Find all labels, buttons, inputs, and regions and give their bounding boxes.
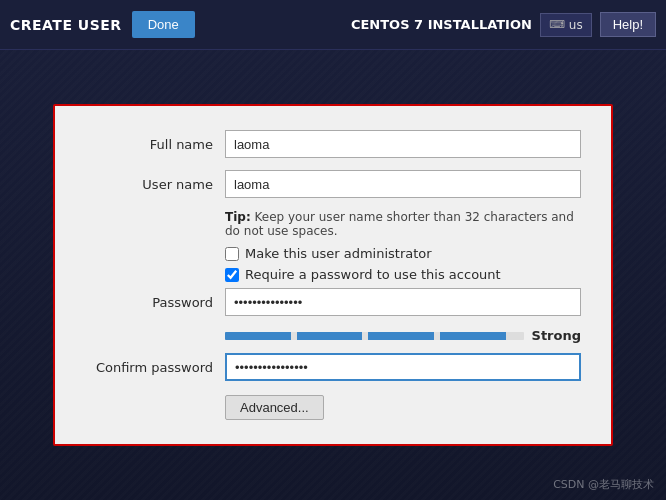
password-row: Password xyxy=(85,288,581,316)
admin-checkbox-row: Make this user administrator xyxy=(225,246,581,261)
main-content: Full name User name Tip: Keep your user … xyxy=(0,50,666,500)
admin-checkbox[interactable] xyxy=(225,247,239,261)
full-name-row: Full name xyxy=(85,130,581,158)
lang-text: us xyxy=(569,18,583,32)
require-password-checkbox[interactable] xyxy=(225,268,239,282)
full-name-input[interactable] xyxy=(225,130,581,158)
strength-row: Strong xyxy=(225,328,581,343)
confirm-password-row: Confirm password xyxy=(85,353,581,381)
installation-title: CENTOS 7 INSTALLATION xyxy=(351,17,532,32)
top-bar: CREATE USER Done CENTOS 7 INSTALLATION ⌨… xyxy=(0,0,666,50)
confirm-label: Confirm password xyxy=(85,360,225,375)
user-name-input[interactable] xyxy=(225,170,581,198)
strength-label: Strong xyxy=(532,328,581,343)
keyboard-widget[interactable]: ⌨ us xyxy=(540,13,592,37)
require-password-row: Require a password to use this account xyxy=(225,267,581,282)
keyboard-icon: ⌨ xyxy=(549,18,565,31)
confirm-password-input[interactable] xyxy=(225,353,581,381)
top-left: CREATE USER Done xyxy=(10,11,195,38)
strength-seg-1 xyxy=(225,332,291,340)
user-name-label: User name xyxy=(85,177,225,192)
full-name-label: Full name xyxy=(85,137,225,152)
done-button[interactable]: Done xyxy=(132,11,195,38)
strength-seg-2 xyxy=(297,332,363,340)
password-input[interactable] xyxy=(225,288,581,316)
user-name-row: User name xyxy=(85,170,581,198)
tip-text: Tip: Keep your user name shorter than 32… xyxy=(225,210,581,238)
strength-seg-4 xyxy=(440,332,506,340)
form-panel: Full name User name Tip: Keep your user … xyxy=(53,104,613,446)
tip-bold: Tip: xyxy=(225,210,251,224)
admin-checkbox-label[interactable]: Make this user administrator xyxy=(245,246,432,261)
advanced-row: Advanced... xyxy=(225,395,581,420)
tip-row: Tip: Keep your user name shorter than 32… xyxy=(225,210,581,238)
tip-detail: Keep your user name shorter than 32 char… xyxy=(225,210,574,238)
password-label: Password xyxy=(85,295,225,310)
page-title: CREATE USER xyxy=(10,17,122,33)
strength-seg-3 xyxy=(368,332,434,340)
require-password-label[interactable]: Require a password to use this account xyxy=(245,267,501,282)
advanced-button[interactable]: Advanced... xyxy=(225,395,324,420)
top-right: CENTOS 7 INSTALLATION ⌨ us Help! xyxy=(351,12,656,37)
watermark: CSDN @老马聊技术 xyxy=(553,477,654,492)
help-button[interactable]: Help! xyxy=(600,12,656,37)
strength-bar xyxy=(225,332,524,340)
